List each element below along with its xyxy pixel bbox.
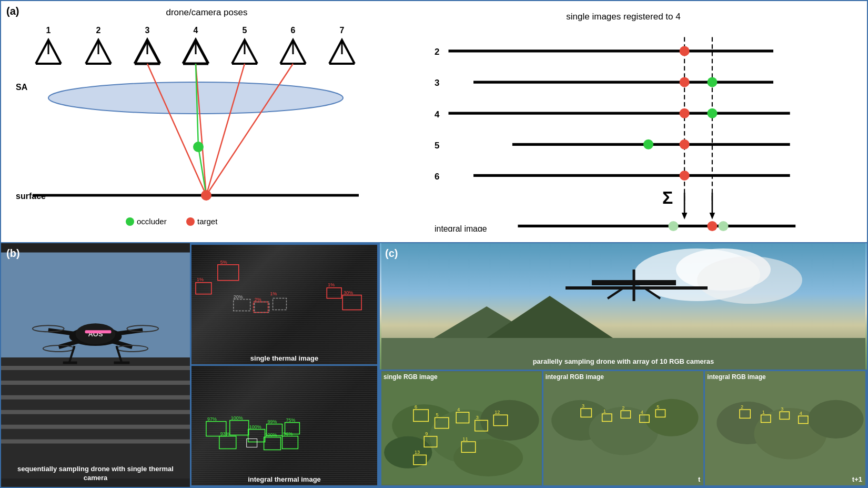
- svg-point-138: [384, 436, 432, 469]
- svg-text:4: 4: [457, 407, 460, 412]
- panel-b: (b): [1, 243, 380, 487]
- svg-text:Σ: Σ: [662, 187, 673, 207]
- drone-photo-area: AOS sequentially sampling drone with sin…: [1, 243, 190, 487]
- svg-marker-59: [710, 213, 715, 220]
- svg-rect-103: [254, 302, 268, 313]
- panel-c: (c): [380, 243, 867, 487]
- svg-text:13: 13: [415, 450, 420, 455]
- svg-point-139: [453, 439, 523, 476]
- single-rgb-label: single RGB image: [383, 373, 438, 381]
- svg-text:99%: 99%: [268, 419, 277, 424]
- svg-text:1%: 1%: [328, 282, 335, 287]
- svg-point-21: [48, 82, 343, 114]
- integral-rgb-t-svg: 3 1 2 4 5: [543, 371, 704, 485]
- svg-text:97%: 97%: [207, 416, 217, 422]
- svg-text:3: 3: [476, 415, 479, 420]
- svg-rect-120: [282, 436, 298, 449]
- panel-b-content: AOS sequentially sampling drone with sin…: [1, 243, 379, 487]
- svg-rect-97: [342, 295, 361, 310]
- svg-text:100%: 100%: [249, 424, 261, 430]
- svg-text:6: 6: [291, 26, 296, 35]
- svg-point-125: [697, 256, 802, 304]
- single-thermal-box: 5% 1% 1% 30% 20%: [191, 245, 377, 364]
- right-diagram-svg: 2 3 4 5 6: [396, 32, 851, 232]
- single-rgb-svg: 6 5 4 3 12 9 11 13: [381, 371, 542, 485]
- svg-text:6: 6: [415, 404, 417, 410]
- integral-thermal-label: integral thermal image: [248, 475, 321, 483]
- panel-c-sky-svg: [380, 243, 867, 370]
- panel-c-top: parallelly sampling drone with array of …: [380, 243, 867, 370]
- single-rgb-box: 6 5 4 3 12 9 11 13: [381, 371, 542, 485]
- panel-b-label: (b): [6, 247, 20, 260]
- thermal-images-area: 5% 1% 1% 30% 20%: [190, 243, 379, 487]
- svg-point-64: [719, 221, 729, 231]
- svg-text:12: 12: [494, 410, 500, 415]
- svg-rect-112: [248, 430, 265, 442]
- svg-text:9: 9: [425, 431, 428, 436]
- svg-text:2%: 2%: [255, 297, 261, 302]
- svg-rect-85: [85, 330, 112, 333]
- svg-rect-67: [1, 357, 190, 478]
- svg-text:5: 5: [435, 141, 439, 151]
- svg-point-159: [645, 399, 699, 436]
- svg-rect-110: [219, 436, 236, 449]
- time-t1-label: t+1: [852, 475, 862, 483]
- svg-text:occluder: occluder: [137, 217, 167, 226]
- svg-rect-100: [273, 298, 287, 310]
- integral-thermal-svg: 97% 100% 93% 100% 99% 75%: [191, 366, 377, 485]
- integral-rgb-t1-label: integral RGB image: [707, 373, 765, 381]
- svg-point-54: [643, 140, 653, 150]
- svg-point-49: [680, 108, 690, 118]
- integral-thermal-box: 97% 100% 93% 100% 99% 75%: [191, 366, 377, 485]
- svg-text:2: 2: [622, 405, 624, 411]
- svg-text:3: 3: [781, 406, 784, 412]
- integral-rgb-t-label: integral RGB image: [546, 373, 604, 381]
- svg-text:target: target: [197, 217, 218, 226]
- svg-text:1%: 1%: [270, 291, 277, 296]
- panel-c-label: (c): [385, 247, 398, 260]
- svg-text:1: 1: [603, 409, 605, 414]
- drone-photo-svg: AOS: [1, 252, 190, 479]
- single-thermal-svg: 5% 1% 1% 30% 20%: [191, 245, 377, 364]
- main-container: (a) drone/camera poses SA surface 1 2 3 …: [0, 0, 868, 488]
- svg-text:100%: 100%: [231, 415, 243, 421]
- registered-label: single images registered to 4: [396, 12, 851, 22]
- svg-rect-108: [230, 421, 249, 435]
- svg-text:4: 4: [641, 410, 643, 415]
- svg-point-137: [480, 400, 539, 441]
- svg-text:100%: 100%: [265, 432, 277, 437]
- svg-text:integral image: integral image: [435, 224, 487, 232]
- svg-text:1: 1: [762, 410, 765, 415]
- svg-point-48: [680, 77, 690, 87]
- svg-point-31: [126, 217, 134, 226]
- svg-text:3: 3: [582, 403, 584, 409]
- svg-point-53: [707, 108, 717, 118]
- svg-text:1: 1: [46, 26, 51, 35]
- svg-text:30%: 30%: [344, 290, 353, 295]
- svg-point-50: [680, 140, 690, 150]
- svg-text:96%: 96%: [283, 431, 292, 436]
- svg-rect-99: [255, 302, 269, 313]
- svg-rect-95: [327, 288, 341, 298]
- drone-caption: sequentially sampling drone with single …: [1, 465, 190, 483]
- svg-text:1%: 1%: [197, 277, 204, 282]
- svg-text:75%: 75%: [286, 417, 295, 423]
- svg-point-52: [707, 77, 717, 87]
- svg-point-29: [193, 142, 204, 152]
- svg-text:93%: 93%: [220, 431, 230, 436]
- svg-point-33: [186, 217, 195, 226]
- svg-marker-57: [682, 213, 688, 220]
- svg-rect-91: [218, 265, 239, 281]
- svg-rect-118: [264, 437, 281, 450]
- svg-text:5: 5: [243, 26, 247, 35]
- time-t-label: t: [698, 475, 700, 483]
- svg-text:2: 2: [741, 404, 743, 410]
- svg-text:3: 3: [145, 26, 150, 35]
- svg-point-63: [707, 221, 717, 231]
- svg-text:20%: 20%: [234, 294, 243, 300]
- svg-text:2: 2: [96, 26, 101, 35]
- panel-c-top-caption: parallelly sampling drone with array of …: [380, 357, 867, 365]
- svg-text:7: 7: [340, 26, 345, 35]
- svg-text:4: 4: [800, 411, 802, 416]
- svg-rect-93: [196, 283, 211, 294]
